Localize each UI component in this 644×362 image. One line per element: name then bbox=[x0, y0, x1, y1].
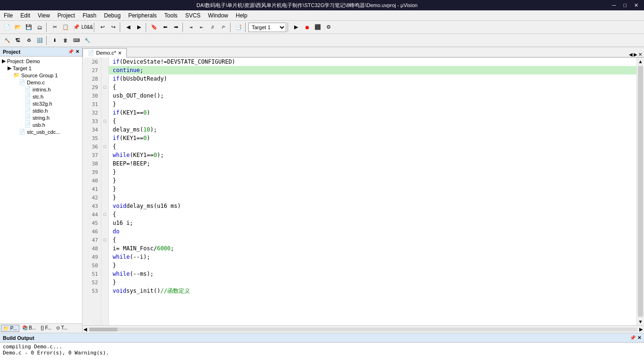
close-button[interactable]: ✕ bbox=[632, 2, 640, 8]
sep1 bbox=[46, 23, 48, 32]
menu-item-tools[interactable]: Tools bbox=[161, 11, 182, 20]
build-output-close[interactable]: ✕ bbox=[637, 335, 641, 340]
open-file-button[interactable]: 📂 bbox=[13, 22, 23, 33]
code-area[interactable]: if(DeviceState!=DEVSTATE_CONFIGURED) con… bbox=[109, 58, 636, 325]
editor-tab-demo-c[interactable]: 📄 Demo.c* ✕ bbox=[83, 48, 127, 58]
nav-fwd-button[interactable]: ▶ bbox=[134, 22, 144, 33]
code-token: } bbox=[113, 186, 116, 192]
menu-item-peripherals[interactable]: Peripherals bbox=[124, 11, 161, 20]
func-tab[interactable]: {} F... bbox=[39, 325, 53, 332]
hscroll-right[interactable]: ▶ bbox=[639, 327, 643, 332]
fold-gutter-44[interactable]: □ bbox=[101, 210, 108, 219]
uncomment-button[interactable]: /* bbox=[218, 22, 229, 33]
tree-item-demo-c[interactable]: 📄Demo.c bbox=[0, 79, 82, 86]
tree-item-source-group-1[interactable]: 📁Source Group 1 bbox=[0, 72, 82, 79]
undo-button[interactable]: ↩ bbox=[97, 22, 107, 33]
cmd-button[interactable]: ⌨ bbox=[71, 35, 82, 46]
tree-item-stc32g-h[interactable]: 📄stc32g.h bbox=[0, 100, 82, 107]
fold-gutter-53 bbox=[101, 287, 108, 295]
tree-item-string-h[interactable]: 📄string.h bbox=[0, 114, 82, 121]
nav-back-button[interactable]: ◀ bbox=[123, 22, 133, 33]
fold-gutter-50 bbox=[101, 261, 108, 270]
menu-item-debug[interactable]: Debug bbox=[100, 11, 124, 20]
hscroll-left[interactable]: ◀ bbox=[83, 327, 87, 332]
build-target-button[interactable]: 🔨 bbox=[2, 35, 12, 46]
editor-hscroll[interactable]: ◀ ▶ bbox=[83, 325, 644, 333]
editor-scroll-right[interactable]: ▶ bbox=[634, 52, 637, 57]
menu-item-flash[interactable]: Flash bbox=[79, 11, 100, 20]
tree-item-project--demo[interactable]: ▶Project: Demo bbox=[0, 58, 82, 65]
code-line-46: do bbox=[109, 227, 636, 236]
build-output-title: Build Output bbox=[3, 335, 34, 341]
tree-item-target-1[interactable]: ▶Target 1 bbox=[0, 65, 82, 72]
editor-scroll-left[interactable]: ◀ bbox=[629, 52, 633, 57]
settings-button[interactable]: ⚙ bbox=[323, 22, 334, 33]
tab-label: Demo.c* bbox=[96, 50, 116, 56]
new-file-button[interactable]: 📄 bbox=[2, 22, 12, 33]
tree-item-stc-h[interactable]: 📄stc.h bbox=[0, 93, 82, 100]
menu-item-view[interactable]: View bbox=[34, 11, 54, 20]
template-button[interactable]: 📑 bbox=[233, 22, 244, 33]
cut-button[interactable]: ✂ bbox=[50, 22, 60, 33]
menu-item-window[interactable]: Window bbox=[204, 11, 232, 20]
bookmark-button[interactable]: 🔖 bbox=[149, 22, 159, 33]
tree-item-stdio-h[interactable]: 📄stdio.h bbox=[0, 107, 82, 114]
menu-item-file[interactable]: File bbox=[0, 11, 17, 20]
minimize-button[interactable]: ─ bbox=[611, 2, 618, 8]
code-token: { bbox=[113, 143, 116, 150]
vscroll-up[interactable]: ▲ bbox=[637, 58, 644, 65]
build-all-button[interactable]: 🏗 bbox=[13, 35, 23, 46]
bookmark-next[interactable]: ➡ bbox=[171, 22, 181, 33]
code-line-41: } bbox=[109, 185, 636, 193]
hscroll-track[interactable] bbox=[89, 328, 637, 331]
maximize-button[interactable]: □ bbox=[621, 2, 628, 8]
save-button[interactable]: 💾 bbox=[24, 22, 34, 33]
menu-item-edit[interactable]: Edit bbox=[17, 11, 34, 20]
books-tab[interactable]: 📚 B... bbox=[20, 325, 38, 332]
menu-item-project[interactable]: Project bbox=[54, 11, 79, 20]
unindent-button[interactable]: ⇤ bbox=[197, 22, 207, 33]
bookmark-prev[interactable]: ⬅ bbox=[160, 22, 170, 33]
code-token: } bbox=[113, 169, 116, 175]
template-tab[interactable]: ⊙ T... bbox=[54, 325, 69, 332]
code-line-26: if(DeviceState!=DEVSTATE_CONFIGURED) bbox=[109, 58, 636, 66]
project-panel-pin[interactable]: 📌 bbox=[68, 49, 74, 54]
target-select[interactable]: Target 1 bbox=[248, 23, 286, 32]
vscroll-down[interactable]: ▼ bbox=[637, 318, 644, 325]
build-output-pin[interactable]: 📌 bbox=[630, 335, 636, 340]
translate-button[interactable]: 🔠 bbox=[34, 35, 45, 46]
tree-item-intrins-h[interactable]: 📄intrins.h bbox=[0, 86, 82, 93]
run-button[interactable]: ▶ bbox=[291, 22, 301, 33]
indent-button[interactable]: ⇥ bbox=[186, 22, 196, 33]
logs-button[interactable]: L0&& bbox=[82, 22, 92, 33]
menu-item-svcs[interactable]: SVCS bbox=[182, 11, 205, 20]
fold-gutter-29[interactable]: □ bbox=[101, 83, 108, 91]
editor-close-all[interactable]: ✕ bbox=[638, 52, 642, 57]
paste-button[interactable]: 📌 bbox=[71, 22, 82, 33]
tree-item-usb-h[interactable]: 📄usb.h bbox=[0, 121, 82, 128]
dbg-settings-button[interactable]: 🔧 bbox=[82, 35, 92, 46]
vscroll-thumb[interactable] bbox=[638, 66, 643, 317]
erase-button[interactable]: 🗑 bbox=[60, 35, 71, 46]
comment-button[interactable]: // bbox=[207, 22, 218, 33]
rebuild-button[interactable]: ♻ bbox=[24, 35, 34, 46]
fold-gutter-33[interactable]: □ bbox=[101, 117, 108, 125]
download-button[interactable]: ⬇ bbox=[50, 35, 60, 46]
tab-close-icon[interactable]: ✕ bbox=[118, 50, 122, 56]
redo-button[interactable]: ↪ bbox=[108, 22, 118, 33]
code-token: ) bbox=[147, 109, 150, 116]
code-token: if bbox=[113, 75, 119, 82]
copy-button[interactable]: 📋 bbox=[60, 22, 71, 33]
project-panel-close[interactable]: ✕ bbox=[75, 49, 79, 54]
tree-item-label: usb.h bbox=[33, 122, 45, 128]
line-num-51: 51 bbox=[83, 270, 101, 278]
dbg-button[interactable]: ⏺ bbox=[302, 22, 312, 33]
code-token: 0 bbox=[143, 109, 147, 116]
save-all-button[interactable]: 🗂 bbox=[34, 22, 45, 33]
fold-gutter-47[interactable]: □ bbox=[101, 236, 108, 244]
fold-gutter-36[interactable]: □ bbox=[101, 142, 108, 151]
menu-item-help[interactable]: Help bbox=[232, 11, 251, 20]
project-tab[interactable]: 📁 P... bbox=[1, 325, 19, 332]
stop-button[interactable]: ⬛ bbox=[313, 22, 323, 33]
tree-item-stc-usb-cdc---[interactable]: 📄stc_usb_cdc... bbox=[0, 128, 82, 135]
